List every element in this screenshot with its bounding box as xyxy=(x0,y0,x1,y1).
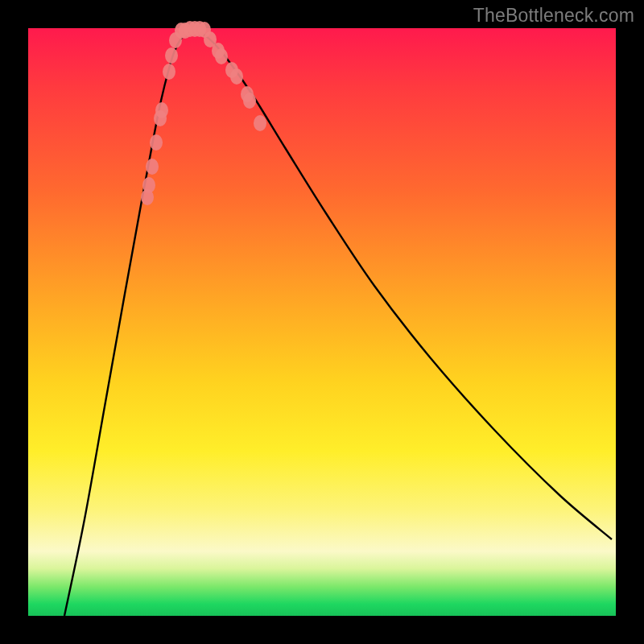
data-marker xyxy=(254,115,266,131)
data-marker xyxy=(215,48,228,64)
chart-frame: TheBottleneck.com xyxy=(0,0,644,644)
data-marker xyxy=(165,47,178,64)
marker-layer xyxy=(141,21,266,205)
data-marker xyxy=(163,64,175,80)
data-marker xyxy=(150,134,163,151)
data-marker xyxy=(230,68,243,85)
data-marker xyxy=(142,177,155,193)
chart-svg xyxy=(28,28,616,616)
plot-area xyxy=(28,28,616,616)
watermark-text: TheBottleneck.com xyxy=(473,5,634,27)
bottleneck-curve xyxy=(64,31,612,616)
data-marker xyxy=(146,159,159,175)
curve-layer xyxy=(64,31,612,616)
data-marker xyxy=(155,102,168,118)
data-marker xyxy=(243,93,256,109)
